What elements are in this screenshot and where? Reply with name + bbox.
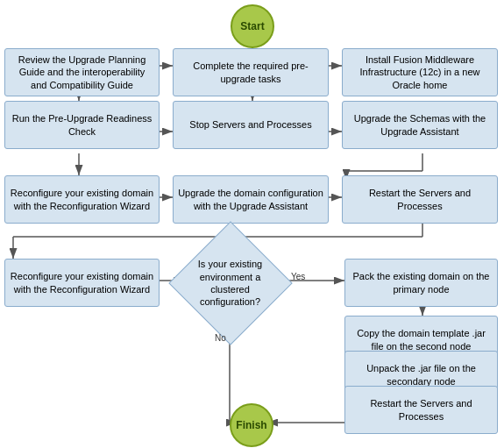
box-upgrade-domain: Upgrade the domain configuration with th… <box>173 175 329 224</box>
box-upgrade-schemas: Upgrade the Schemas with the Upgrade Ass… <box>342 101 498 149</box>
box-unpack-jar-label: Unpack the .jar file on the secondary no… <box>350 362 493 388</box>
no-label: No <box>215 333 226 343</box>
box-review: Review the Upgrade Planning Guide and th… <box>4 48 160 96</box>
box-preupgrade-tasks: Complete the required pre-upgrade tasks <box>173 48 329 96</box>
diamond-container: Is your existing environment a clustered… <box>180 239 280 327</box>
box-restart-2-label: Restart the Servers and Processes <box>350 397 493 423</box>
diamond-text: Is your existing environment a clustered… <box>180 253 280 312</box>
box-restart-1-label: Restart the Servers and Processes <box>347 187 493 212</box>
box-upgrade-schemas-label: Upgrade the Schemas with the Upgrade Ass… <box>347 112 493 138</box>
box-install-fusion-label: Install Fusion Middleware Infrastructure… <box>347 53 493 91</box>
start-label: Start <box>240 20 264 32</box>
box-upgrade-domain-label: Upgrade the domain configuration with th… <box>178 187 323 212</box>
diamond-label: Is your existing environment a clustered… <box>198 259 262 307</box>
box-reconfig-2-label: Reconfigure your existing domain with th… <box>10 270 154 295</box>
finish-circle: Finish <box>230 403 273 447</box>
box-install-fusion: Install Fusion Middleware Infrastructure… <box>342 48 498 96</box>
box-stop-servers-label: Stop Servers and Processes <box>189 118 311 131</box>
box-readiness: Run the Pre-Upgrade Readiness Check <box>4 101 160 149</box>
box-review-label: Review the Upgrade Planning Guide and th… <box>10 53 154 91</box>
box-stop-servers: Stop Servers and Processes <box>173 101 329 149</box>
box-readiness-label: Run the Pre-Upgrade Readiness Check <box>10 112 154 138</box>
box-restart-2: Restart the Servers and Processes <box>344 386 498 434</box>
box-pack-domain: Pack the existing domain on the primary … <box>344 259 498 307</box>
box-preupgrade-tasks-label: Complete the required pre-upgrade tasks <box>178 60 323 85</box>
box-restart-1: Restart the Servers and Processes <box>342 175 498 224</box>
yes-label: Yes <box>291 272 305 281</box>
box-reconfig-1-label: Reconfigure your existing domain with th… <box>10 187 154 212</box>
box-pack-domain-label: Pack the existing domain on the primary … <box>350 270 493 295</box>
box-copy-jar-label: Copy the domain template .jar file on th… <box>350 327 493 352</box>
box-reconfig-2: Reconfigure your existing domain with th… <box>4 259 160 307</box>
start-circle: Start <box>231 4 274 48</box>
box-reconfig-1: Reconfigure your existing domain with th… <box>4 175 160 224</box>
finish-label: Finish <box>236 419 266 431</box>
flowchart: Start Review the Upgrade Planning Guide … <box>0 0 504 448</box>
